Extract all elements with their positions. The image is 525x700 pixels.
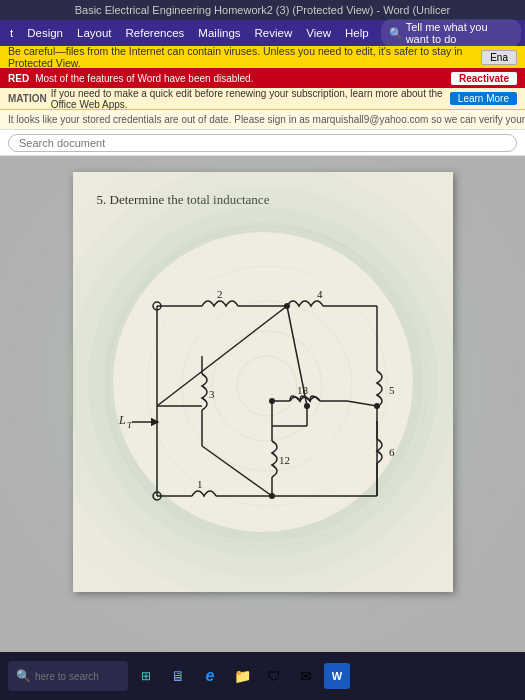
word-search-bar: [0, 130, 525, 156]
svg-text:2: 2: [217, 288, 223, 300]
title-bar: Basic Electrical Engineering Homework2 (…: [0, 0, 525, 20]
menu-bar: t Design Layout References Mailings Revi…: [0, 20, 525, 46]
svg-text:6: 6: [389, 446, 395, 458]
menu-item-references[interactable]: References: [120, 25, 191, 41]
taskbar-folder-icon[interactable]: 📁: [228, 662, 256, 690]
menu-item-mailings[interactable]: Mailings: [192, 25, 246, 41]
notif-red-left: RED Most of the features of Word have be…: [8, 73, 253, 84]
problem-number: 5.: [97, 192, 110, 207]
taskbar-word-icon[interactable]: W: [324, 663, 350, 689]
svg-text:12: 12: [279, 454, 290, 466]
reactivate-button[interactable]: Reactivate: [451, 72, 517, 85]
doc-page: 5. Determine the total inductance: [73, 172, 453, 592]
notif-virus-right: Ena: [481, 50, 517, 65]
notif-red-message: Most of the features of Word have been d…: [35, 73, 253, 84]
svg-text:1: 1: [197, 478, 203, 490]
menu-item-design[interactable]: Design: [21, 25, 69, 41]
menu-item-search[interactable]: 🔍 Tell me what you want to do: [381, 19, 521, 47]
taskbar-search: 🔍: [8, 661, 128, 691]
menu-item-t[interactable]: t: [4, 25, 19, 41]
notif-virus-bar: Be careful—files from the Internet can c…: [0, 46, 525, 68]
circuit-svg: 2 4 5: [97, 226, 437, 546]
svg-point-0: [237, 356, 297, 416]
taskbar-search-icon: 🔍: [16, 669, 31, 683]
problem-text: Determine the total inductance: [110, 192, 270, 207]
notif-signin-message: It looks like your stored credentials ar…: [8, 114, 525, 125]
svg-point-4: [107, 226, 427, 546]
word-search-input[interactable]: [8, 134, 517, 152]
taskbar-edge-icon[interactable]: e: [196, 662, 224, 690]
learn-more-button[interactable]: Learn More: [450, 92, 517, 105]
circuit-container: 2 4 5: [97, 226, 437, 546]
notif-virus-message: Be careful—files from the Internet can c…: [8, 45, 475, 69]
taskbar-mail-icon[interactable]: ✉: [292, 662, 320, 690]
svg-text:18: 18: [297, 384, 309, 396]
taskbar-shield-icon[interactable]: 🛡: [260, 662, 288, 690]
notif-red-label: RED: [8, 73, 29, 84]
notif-info-bar: MATION If you need to make a quick edit …: [0, 88, 525, 110]
menu-item-view[interactable]: View: [300, 25, 337, 41]
menu-item-help[interactable]: Help: [339, 25, 375, 41]
taskbar: 🔍 ⊞ 🖥 e 📁 🛡 ✉ W: [0, 652, 525, 700]
menu-item-review[interactable]: Review: [249, 25, 299, 41]
notif-virus-left: Be careful—files from the Internet can c…: [8, 45, 475, 69]
taskbar-desktop-icon[interactable]: ⊞: [132, 662, 160, 690]
svg-line-24: [347, 401, 377, 406]
notif-info-left: MATION If you need to make a quick edit …: [8, 88, 444, 110]
notif-info-label: MATION: [8, 93, 47, 104]
svg-point-2: [182, 301, 352, 471]
doc-area: 5. Determine the total inductance: [0, 156, 525, 652]
notif-signin-bar: It looks like your stored credentials ar…: [0, 110, 525, 130]
problem-title: 5. Determine the total inductance: [97, 192, 429, 208]
enable-editing-button[interactable]: Ena: [481, 50, 517, 65]
taskbar-monitor-icon[interactable]: 🖥: [164, 662, 192, 690]
notif-info-message: If you need to make a quick edit before …: [51, 88, 444, 110]
svg-text:L: L: [118, 413, 126, 427]
svg-text:4: 4: [317, 288, 323, 300]
svg-text:5: 5: [389, 384, 395, 396]
menu-item-layout[interactable]: Layout: [71, 25, 118, 41]
taskbar-search-input[interactable]: [35, 671, 115, 682]
svg-text:3: 3: [209, 388, 215, 400]
taskbar-icons: ⊞ 🖥 e 📁 🛡 ✉ W: [132, 662, 350, 690]
search-icon: 🔍: [389, 27, 403, 40]
title-text: Basic Electrical Engineering Homework2 (…: [75, 4, 451, 16]
notif-red-bar: RED Most of the features of Word have be…: [0, 68, 525, 88]
